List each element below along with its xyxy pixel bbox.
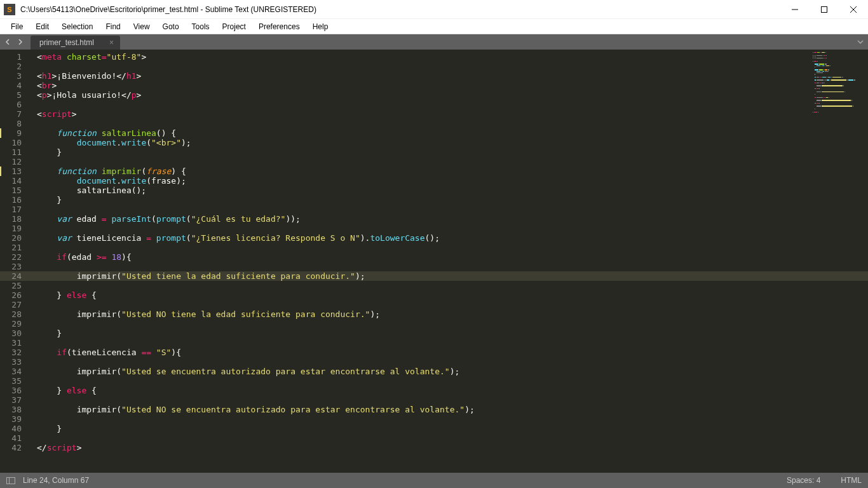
menubar: File Edit Selection Find View Goto Tools…	[0, 19, 868, 34]
menu-goto[interactable]: Goto	[157, 21, 185, 32]
nav-forward-icon[interactable]	[14, 35, 27, 49]
tabbar: primer_test.html ×	[28, 34, 853, 50]
tab-overflow-icon[interactable]	[853, 34, 868, 50]
window-controls	[780, 0, 868, 18]
menu-preferences[interactable]: Preferences	[253, 21, 306, 32]
menu-help[interactable]: Help	[307, 21, 334, 32]
status-spaces[interactable]: Spaces: 4	[787, 476, 820, 485]
window-title: C:\Users\54113\OneDrive\Escritorio\prime…	[20, 5, 780, 14]
tab-close-icon[interactable]: ×	[109, 38, 114, 47]
titlebar: S C:\Users\54113\OneDrive\Escritorio\pri…	[0, 0, 868, 19]
menu-project[interactable]: Project	[217, 21, 252, 32]
status-cursor: Line 24, Column 67	[23, 476, 89, 485]
tab-label: primer_test.html	[39, 38, 94, 47]
minimize-button[interactable]	[780, 0, 810, 19]
line-gutter: 1234567891011121314151617181920212223242…	[0, 50, 33, 473]
tab-toolbar: primer_test.html ×	[0, 34, 868, 50]
nav-arrows	[0, 35, 28, 49]
tab-primer-test[interactable]: primer_test.html ×	[31, 36, 120, 50]
nav-back-icon[interactable]	[1, 35, 14, 49]
menu-tools[interactable]: Tools	[186, 21, 215, 32]
statusbar: Line 24, Column 67 Spaces: 4 HTML	[0, 473, 868, 488]
close-button[interactable]	[839, 0, 868, 19]
panel-toggle-icon[interactable]	[6, 477, 15, 484]
menu-find[interactable]: Find	[100, 21, 126, 32]
svg-rect-1	[822, 7, 827, 13]
editor-area[interactable]: 1234567891011121314151617181920212223242…	[0, 50, 868, 473]
status-syntax[interactable]: HTML	[841, 476, 862, 485]
menu-edit[interactable]: Edit	[30, 21, 55, 32]
code-content[interactable]: <meta charset="utf-8"><h1>¡Bienvenido!</…	[33, 50, 868, 473]
menu-file[interactable]: File	[5, 21, 29, 32]
menu-selection[interactable]: Selection	[56, 21, 98, 32]
maximize-button[interactable]	[810, 0, 839, 19]
menu-view[interactable]: View	[128, 21, 156, 32]
app-icon: S	[4, 4, 15, 15]
